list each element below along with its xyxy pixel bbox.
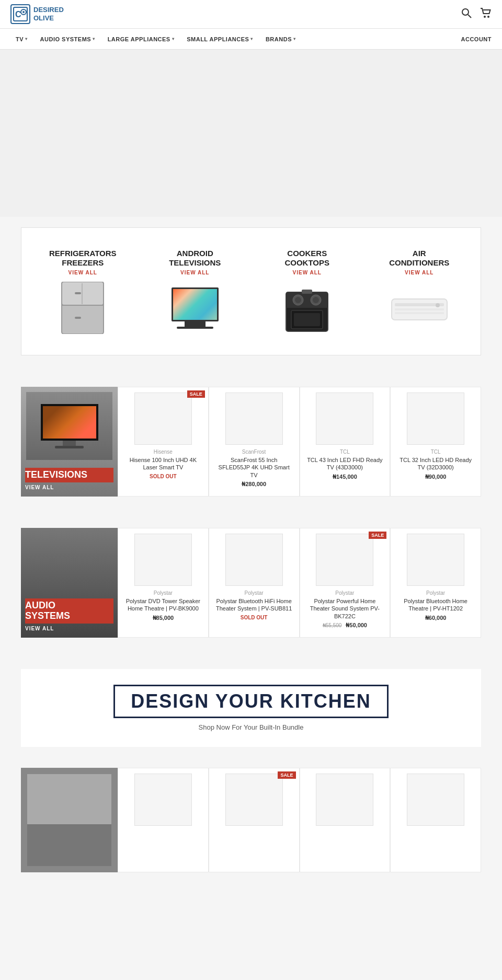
cart-icon[interactable] xyxy=(480,8,492,21)
category-title-fridges: REFRIGERATORSFREEZERS xyxy=(37,249,129,268)
logo-icon: C xyxy=(10,4,30,24)
svg-rect-22 xyxy=(302,290,312,294)
product-image xyxy=(134,774,192,826)
tv-section-banner: TELEVISIONS VIEW ALL xyxy=(21,387,118,497)
product-brand: TCL xyxy=(340,449,350,455)
svg-point-27 xyxy=(436,303,440,307)
category-card-ac: AIRCONDITIONERS VIEW ALL xyxy=(369,244,471,339)
product-card xyxy=(390,768,481,872)
product-image xyxy=(134,393,192,445)
product-price: ₦90,000 xyxy=(425,474,447,480)
product-name: Polystar DVD Tower Speaker Home Theatre … xyxy=(123,597,203,613)
chevron-down-icon: ▾ xyxy=(25,37,28,41)
tvs-view-all[interactable]: VIEW ALL xyxy=(150,270,241,275)
tv-view-all[interactable]: VIEW ALL xyxy=(25,485,113,490)
tv-image xyxy=(150,282,241,334)
product-name: Hisense 100 Inch UHD 4K Laser Smart TV xyxy=(123,456,203,471)
product-card: TCL TCL 43 Inch LED FHD Ready TV (43D300… xyxy=(300,387,391,497)
main-nav: TV ▾ AUDIO SYSTEMS ▾ LARGE APPLIANCES ▾ … xyxy=(0,29,502,50)
product-brand: Polystar xyxy=(335,590,354,596)
audio-section-label: AUDIO SYSTEMS xyxy=(25,598,113,624)
nav-item-brands[interactable]: BRANDS ▾ xyxy=(260,34,301,44)
product-card: TCL TCL 32 Inch LED HD Ready TV (32D3000… xyxy=(390,387,481,497)
search-icon[interactable] xyxy=(461,8,472,21)
category-title-tvs: ANDROIDTELEVISIONS xyxy=(150,249,241,268)
svg-rect-12 xyxy=(75,317,81,319)
sale-badge: SALE xyxy=(278,771,295,779)
hero-banner xyxy=(0,50,502,217)
nav-item-large-appliances[interactable]: LARGE APPLIANCES ▾ xyxy=(102,34,180,44)
product-brand: Polystar xyxy=(154,590,173,596)
product-name: Polystar Powerful Home Theater Sound Sys… xyxy=(305,597,385,620)
svg-point-19 xyxy=(313,297,319,303)
account-link[interactable]: Account xyxy=(461,36,492,42)
cookers-view-all[interactable]: VIEW ALL xyxy=(261,270,353,275)
chevron-down-icon: ▾ xyxy=(93,37,95,41)
bottom-section: SALE xyxy=(21,768,481,872)
kitchen-banner-section: DESIGN YOUR KITCHEN Shop Now For Your Bu… xyxy=(21,669,481,747)
category-title-ac: AIRCONDITIONERS xyxy=(374,249,465,268)
product-price: ₦60,000 xyxy=(425,615,447,621)
sale-badge: SALE xyxy=(187,390,205,398)
product-name: TCL 43 Inch LED FHD Ready TV (43D3000) xyxy=(305,456,385,471)
chevron-down-icon: ▾ xyxy=(293,37,296,41)
fridges-view-all[interactable]: VIEW ALL xyxy=(37,270,129,275)
product-card: SALE xyxy=(209,768,300,872)
svg-rect-11 xyxy=(75,292,81,294)
product-image xyxy=(316,393,373,445)
product-image xyxy=(316,774,373,826)
product-name: Polystar Bluetooth Home Theatre | PV-HT1… xyxy=(396,597,475,613)
category-section: REFRIGERATORSFREEZERS VIEW ALL ANDROIDTE… xyxy=(21,227,481,355)
audio-view-all[interactable]: VIEW ALL xyxy=(25,626,113,631)
sale-badge: SALE xyxy=(369,532,386,539)
product-image xyxy=(225,774,283,826)
product-name: ScanFrost 55 Inch SFLED55JP 4K UHD Smart… xyxy=(214,456,294,479)
televisions-section: TELEVISIONS VIEW ALL SALE Hisense Hisens… xyxy=(21,387,481,497)
product-image xyxy=(225,393,283,445)
product-card: Polystar Polystar Bluetooth Home Theatre… xyxy=(390,528,481,638)
product-image xyxy=(407,534,464,586)
product-card: Polystar Polystar Bluetooth HiFi Home Th… xyxy=(209,528,300,638)
audio-section-banner: AUDIO SYSTEMS VIEW ALL xyxy=(21,528,118,638)
product-image xyxy=(134,534,192,586)
product-old-price: ₦55,500 xyxy=(323,622,342,628)
product-name: Polystar Bluetooth HiFi Home Theater Sys… xyxy=(214,597,294,613)
chevron-down-icon: ▾ xyxy=(172,37,175,41)
svg-point-3 xyxy=(22,11,25,13)
product-brand: Hisense xyxy=(154,449,173,455)
category-card-cookers: COOKERSCOOKTOPS VIEW ALL xyxy=(256,244,358,339)
product-price: ₦85,000 xyxy=(153,615,174,621)
product-card xyxy=(118,768,209,872)
product-image xyxy=(407,393,464,445)
svg-rect-15 xyxy=(286,292,328,308)
svg-rect-25 xyxy=(395,308,444,310)
product-brand: TCL xyxy=(431,449,441,455)
logo-text: DESIRED OLIVE xyxy=(33,6,64,22)
product-image xyxy=(225,534,283,586)
category-card-tvs: ANDROIDTELEVISIONS VIEW ALL xyxy=(144,244,246,339)
nav-item-audio[interactable]: AUDIO SYSTEMS ▾ xyxy=(35,34,100,44)
product-name: TCL 32 Inch LED HD Ready TV (32D3000) xyxy=(396,456,475,471)
bottom-banner xyxy=(21,768,118,872)
logo[interactable]: C DESIRED OLIVE xyxy=(10,4,64,24)
kitchen-title-box: DESIGN YOUR KITCHEN xyxy=(113,685,388,718)
nav-item-small-appliances[interactable]: SMALL APPLIANCES ▾ xyxy=(181,34,258,44)
svg-rect-21 xyxy=(294,313,320,326)
sold-out-label: SOLD OUT xyxy=(150,474,177,479)
kitchen-title: DESIGN YOUR KITCHEN xyxy=(131,690,371,712)
product-image xyxy=(407,774,464,826)
svg-point-4 xyxy=(462,9,469,15)
product-price: ₦145,000 xyxy=(333,474,357,480)
product-price: ₦50,000 xyxy=(346,622,367,629)
kitchen-subtitle: Shop Now For Your Built-In Bundle xyxy=(31,723,471,731)
product-image xyxy=(316,534,373,586)
header: C DESIRED OLIVE xyxy=(0,0,502,29)
ac-view-all[interactable]: VIEW ALL xyxy=(374,270,465,275)
tv-section-label: TELEVISIONS xyxy=(25,468,113,482)
product-brand: ScanFrost xyxy=(242,449,266,455)
nav-item-tv[interactable]: TV ▾ xyxy=(10,34,33,44)
product-card: Polystar Polystar DVD Tower Speaker Home… xyxy=(118,528,209,638)
svg-line-5 xyxy=(468,15,471,18)
product-brand: Polystar xyxy=(245,590,264,596)
category-card-fridges: REFRIGERATORSFREEZERS VIEW ALL xyxy=(32,244,134,339)
